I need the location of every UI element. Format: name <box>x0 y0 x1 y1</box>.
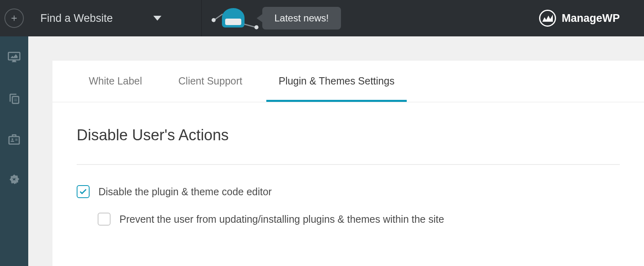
option-prevent-update-install: Prevent the user from updating/installin… <box>77 213 620 226</box>
checkbox-prevent-update-install[interactable] <box>98 213 111 226</box>
tab-label: White Label <box>89 75 142 87</box>
sidebar-item-dashboard[interactable] <box>0 36 28 78</box>
tab-label: Client Support <box>178 75 242 87</box>
option-disable-code-editor: Disable the plugin & theme code editor <box>77 185 620 198</box>
checkbox-disable-code-editor[interactable] <box>77 185 90 198</box>
mascot-area: Latest news! <box>210 0 341 36</box>
section-title: Disable User's Actions <box>77 127 620 144</box>
website-selector-label: Find a Website <box>40 12 113 25</box>
sidebar <box>0 0 28 266</box>
checkbox-label: Prevent the user from updating/installin… <box>119 213 444 225</box>
sidebar-item-content[interactable] <box>0 78 28 119</box>
mascot-icon <box>210 0 258 36</box>
tabs: White Label Client Support Plugin & Them… <box>52 61 644 102</box>
tab-white-label[interactable]: White Label <box>77 61 154 102</box>
settings-card: White Label Client Support Plugin & Them… <box>52 61 644 266</box>
sidebar-item-addons[interactable] <box>0 160 28 201</box>
tab-label: Plugin & Themes Settings <box>278 75 394 87</box>
plus-icon <box>10 14 19 23</box>
divider <box>77 164 620 165</box>
check-icon <box>79 187 88 196</box>
documents-icon <box>7 91 21 105</box>
checkbox-label: Disable the plugin & theme code editor <box>98 186 272 198</box>
sidebar-item-clients[interactable] <box>0 119 28 160</box>
brand-logo-link[interactable]: ManageWP <box>539 10 620 27</box>
content-area: White Label Client Support Plugin & Them… <box>28 36 644 266</box>
sidebar-top <box>0 0 28 36</box>
tab-client-support[interactable]: Client Support <box>166 61 254 102</box>
latest-news-label: Latest news! <box>274 13 329 23</box>
topbar: Find a Website Latest news! ManageWP <box>28 0 644 36</box>
monitor-chart-icon <box>7 50 21 64</box>
brand-logo-icon <box>539 10 556 27</box>
id-badge-icon <box>7 133 21 146</box>
star-badge-icon <box>7 174 21 188</box>
chevron-down-icon <box>153 16 161 21</box>
latest-news-button[interactable]: Latest news! <box>262 7 341 30</box>
section-disable-actions: Disable User's Actions Disable the plugi… <box>52 102 644 264</box>
brand-name: ManageWP <box>562 12 620 25</box>
website-selector[interactable]: Find a Website <box>28 0 202 36</box>
tab-plugin-themes-settings[interactable]: Plugin & Themes Settings <box>266 61 406 102</box>
add-button[interactable] <box>4 8 24 28</box>
